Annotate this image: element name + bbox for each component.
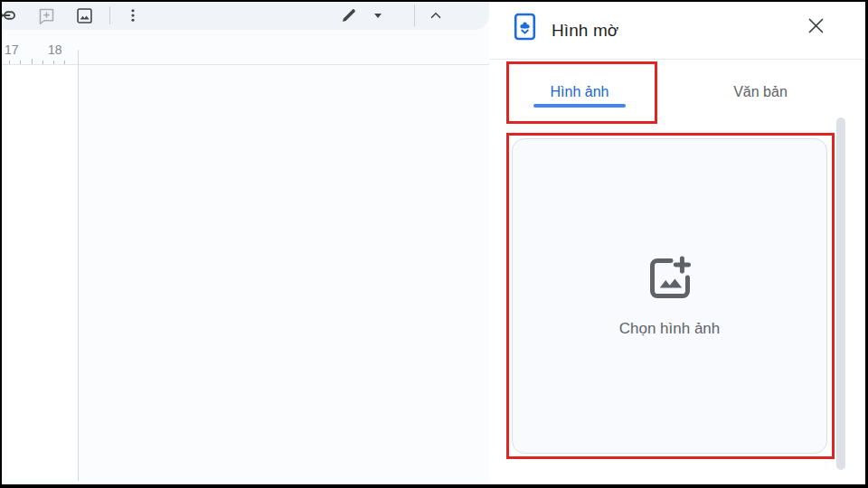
document-workspace: 17 18 [2,2,489,484]
pen-icon[interactable] [338,5,360,26]
tab-text-label: Văn bản [733,84,788,100]
panel-title: Hình mờ [552,2,618,60]
tab-image[interactable]: Hình ảnh [489,60,670,125]
screenshot-frame: 17 18 [0,0,868,488]
close-icon[interactable] [805,14,826,36]
toolbar-divider [109,6,110,24]
toolbar-divider [414,5,415,26]
docs-toolbar [2,2,489,30]
watermark-document-icon [513,13,537,41]
ruler-mark-17: 17 [5,42,19,57]
insert-image-icon[interactable] [73,5,95,26]
tab-text[interactable]: Văn bản [670,60,851,125]
choose-image-button[interactable]: Chọn hình ảnh [512,138,827,454]
link-icon[interactable] [2,5,16,26]
watermark-panel: Hình mờ Hình ảnh Văn bản [489,2,865,484]
page-right-edge [78,50,79,481]
add-image-icon [646,255,693,302]
ruler-mark-18: 18 [48,42,62,57]
choose-image-label: Chọn hình ảnh [619,320,721,338]
active-tab-underline [533,104,626,108]
dropdown-arrow-icon[interactable] [367,5,389,26]
panel-scrollbar[interactable] [836,117,845,470]
panel-header: Hình mờ [489,2,865,60]
tab-image-label: Hình ảnh [551,84,609,100]
collapse-toolbar-icon[interactable] [425,5,447,26]
add-comment-icon[interactable] [35,5,57,26]
more-options-icon[interactable] [122,5,144,26]
document-page[interactable] [2,65,78,480]
